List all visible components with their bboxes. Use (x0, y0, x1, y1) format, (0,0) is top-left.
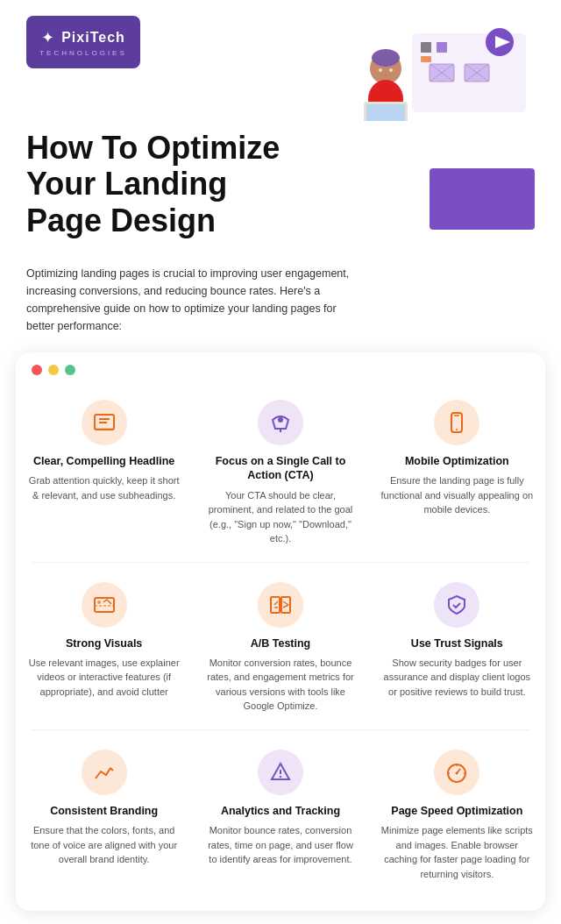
analytics-icon (258, 750, 303, 795)
row-divider-2 (32, 729, 529, 730)
feature-visuals: Strong Visuals Use relevant images, use … (16, 566, 192, 726)
svg-line-33 (274, 601, 278, 605)
header-illustration (342, 16, 535, 121)
analytics-desc: Monitor bounce rates, conversion rates, … (202, 823, 358, 867)
branding-desc: Ensure that the colors, fonts, and tone … (26, 823, 181, 867)
svg-rect-11 (421, 56, 431, 62)
headline-desc: Grab attention quickly, keep it short & … (26, 473, 181, 502)
abtesting-icon (258, 582, 303, 628)
feature-cta: Focus on a Single Call to Action (CTA) Y… (192, 384, 368, 558)
svg-point-18 (389, 68, 393, 72)
headline-icon (82, 400, 127, 445)
page-title: How To Optimize Your Landing Page Design (26, 130, 289, 238)
trust-desc: Show security badges for user assurance … (380, 656, 535, 700)
header: ✦ PixiTech TECHNOLOGIES (0, 0, 561, 121)
svg-rect-10 (437, 42, 447, 53)
trust-title: Use Trust Signals (411, 636, 503, 650)
svg-line-36 (283, 605, 288, 608)
browser-dot-red (32, 365, 42, 375)
features-row-3: Consistent Branding Ensure that the colo… (16, 734, 545, 893)
browser-card: Clear, Compelling Headline Grab attentio… (16, 352, 545, 911)
svg-line-35 (283, 601, 288, 605)
mobile-desc: Ensure the landing page is fully functio… (380, 473, 535, 517)
svg-point-23 (278, 417, 283, 423)
visuals-desc: Use relevant images, use explainer video… (26, 656, 181, 700)
cta-title: Focus on a Single Call to Action (CTA) (202, 454, 358, 483)
svg-rect-32 (281, 597, 290, 613)
row-divider-1 (32, 562, 529, 563)
browser-dot-green (65, 365, 75, 375)
intro-section: Optimizing landing pages is crucial to i… (0, 256, 561, 352)
feature-analytics: Analytics and Tracking Monitor bounce ra… (192, 734, 368, 893)
feature-abtesting: A/B Testing Monitor conversion rates, bo… (192, 566, 368, 726)
feature-speed: Page Speed Optimization Minimize page el… (369, 734, 545, 893)
analytics-title: Analytics and Tracking (221, 804, 340, 818)
svg-point-39 (280, 776, 281, 778)
browser-dot-yellow (48, 365, 59, 375)
svg-rect-22 (95, 428, 114, 430)
svg-point-14 (372, 49, 400, 67)
visuals-title: Strong Visuals (66, 636, 142, 650)
svg-rect-16 (366, 104, 405, 121)
mobile-title: Mobile Optimization (405, 454, 509, 468)
branding-icon (82, 750, 127, 795)
speed-desc: Minimize page elements like scripts and … (380, 823, 535, 881)
logo-sub: TECHNOLOGIES (39, 49, 127, 57)
svg-point-30 (97, 601, 101, 604)
svg-rect-28 (95, 598, 114, 612)
abtesting-title: A/B Testing (251, 636, 311, 650)
logo-name: PixiTech (61, 30, 125, 46)
logo: ✦ PixiTech TECHNOLOGIES (26, 16, 140, 68)
feature-trust: Use Trust Signals Show security badges f… (369, 566, 545, 726)
cta-desc: Your CTA should be clear, prominent, and… (202, 488, 358, 546)
svg-point-26 (456, 429, 458, 430)
feature-branding: Consistent Branding Ensure that the colo… (16, 734, 192, 893)
features-row-2: Strong Visuals Use relevant images, use … (16, 566, 545, 726)
svg-point-42 (456, 771, 458, 774)
abtesting-desc: Monitor conversion rates, bounce rates, … (202, 656, 358, 714)
cta-icon (258, 400, 303, 445)
browser-bar (16, 352, 545, 384)
svg-point-17 (379, 68, 382, 72)
features-row-1: Clear, Compelling Headline Grab attentio… (16, 384, 545, 558)
trust-icon (434, 582, 479, 628)
headline-title: Clear, Compelling Headline (33, 454, 174, 468)
speed-title: Page Speed Optimization (391, 804, 522, 818)
svg-rect-9 (421, 42, 431, 53)
hero-accent-rect (430, 168, 535, 230)
branding-title: Consistent Branding (50, 804, 158, 818)
hero-section: How To Optimize Your Landing Page Design (0, 121, 561, 256)
feature-mobile: Mobile Optimization Ensure the landing p… (369, 384, 545, 558)
feature-headline: Clear, Compelling Headline Grab attentio… (16, 384, 192, 558)
speed-icon (434, 750, 479, 795)
mobile-icon (434, 400, 479, 445)
intro-text: Optimizing landing pages is crucial to i… (26, 265, 359, 335)
visuals-icon (82, 582, 127, 628)
logo-icon: ✦ (41, 28, 54, 47)
